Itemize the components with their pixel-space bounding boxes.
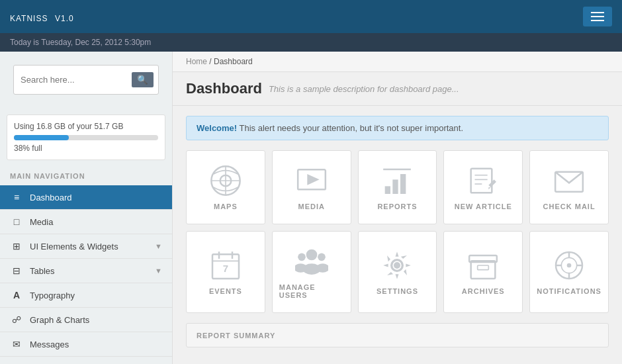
media-icon [295, 164, 328, 197]
ui-elements-icon: ⊞ [10, 241, 23, 251]
app-version: V1.0 [55, 14, 74, 23]
typography-icon: A [10, 290, 23, 300]
svg-point-24 [318, 253, 326, 261]
media-card[interactable]: MEDIA [272, 150, 351, 224]
sidebar-item-buttons-icons[interactable]: ☆ Buttons & Icons [0, 357, 172, 364]
events-label: EVENTS [209, 287, 242, 295]
menu-toggle-button[interactable] [583, 7, 612, 26]
check-mail-icon [553, 164, 586, 197]
maps-icon [209, 164, 242, 197]
top-header: KATNISS V1.0 [0, 0, 622, 33]
svg-rect-8 [400, 174, 406, 194]
app-name: KATNISS [10, 14, 48, 23]
graph-charts-icon: ☍ [10, 314, 23, 325]
sidebar-item-label: Media [30, 217, 53, 227]
date-bar: Today is Tuesday, Dec 25, 2012 5:30pm [0, 33, 622, 52]
page-title: Dashboard [186, 80, 262, 97]
media-label: MEDIA [298, 203, 324, 210]
nav-section-label: MAIN NAVIGATION [0, 167, 172, 185]
manage-users-icon [295, 245, 328, 278]
storage-percent: 38% full [14, 144, 158, 153]
tables-icon: ⊟ [10, 265, 23, 276]
svg-rect-6 [385, 186, 390, 194]
new-article-icon [466, 164, 500, 197]
alert-banner: Welcome! This alert needs your attention… [186, 116, 609, 140]
content-area: Home / Dashboard Dashboard This is a sam… [173, 52, 622, 364]
svg-marker-5 [307, 174, 319, 185]
nav-items: ≡ Dashboard □ Media ⊞ UI Elements & Widg… [0, 185, 172, 364]
svg-point-22 [298, 253, 306, 261]
search-input[interactable] [21, 75, 132, 85]
report-summary-label: REPORT SUMMARY [197, 332, 275, 340]
report-summary: REPORT SUMMARY [186, 323, 609, 347]
svg-rect-9 [384, 169, 412, 170]
hamburger-icon [591, 12, 604, 21]
sidebar-item-dashboard[interactable]: ≡ Dashboard [0, 185, 172, 210]
chevron-down-icon: ▼ [155, 242, 162, 250]
maps-card[interactable]: MAPS [186, 150, 265, 224]
breadcrumb-current: Dashboard [214, 57, 253, 66]
media-icon: □ [10, 216, 23, 227]
notifications-card[interactable]: NOTIFICATIONS [529, 231, 609, 313]
check-mail-card[interactable]: CHECK MAIL [529, 150, 609, 224]
sidebar-item-label: UI Elements & Widgets [30, 242, 118, 251]
sidebar-item-tables[interactable]: ⊟ Tables ▼ [0, 259, 172, 283]
reports-label: REPORTS [377, 203, 417, 210]
page-description: This is a sample description for dashboa… [269, 84, 459, 94]
dashboard-header: Dashboard This is a sample description f… [173, 72, 622, 106]
search-icon: 🔍 [137, 75, 148, 85]
events-icon: 7 [209, 249, 242, 282]
chevron-down-icon: ▼ [155, 267, 162, 275]
new-article-label: NEW ARTICLE [455, 203, 512, 210]
svg-point-37 [567, 263, 572, 268]
archives-card[interactable]: ARCHIVES [443, 231, 523, 313]
manage-users-label: MANAGE USERS [279, 283, 344, 299]
main-area: 🔍 Using 16.8 GB of your 51.7 GB 38% full… [0, 52, 622, 364]
new-article-card[interactable]: NEW ARTICLE [443, 150, 523, 224]
svg-rect-30 [478, 265, 489, 270]
svg-rect-7 [393, 179, 398, 194]
date-text: Today is Tuesday, Dec 25, 2012 5:30pm [10, 38, 151, 47]
sidebar-item-label: Messages [30, 340, 69, 349]
storage-text: Using 16.8 GB of your 51.7 GB [14, 122, 158, 131]
sidebar-item-media[interactable]: □ Media [0, 210, 172, 234]
storage-bar-bg [14, 135, 158, 140]
maps-label: MAPS [214, 203, 238, 210]
check-mail-label: CHECK MAIL [543, 203, 596, 210]
settings-label: SETTINGS [377, 287, 418, 295]
sidebar-item-label: Graph & Charts [30, 315, 89, 325]
notifications-icon [553, 249, 586, 282]
events-card[interactable]: 7 EVENTS [186, 231, 265, 313]
reports-card[interactable]: REPORTS [358, 150, 437, 224]
archives-label: ARCHIVES [462, 287, 505, 295]
dashboard-content: Welcome! This alert needs your attention… [173, 106, 622, 364]
svg-point-27 [394, 262, 400, 269]
messages-icon: ✉ [10, 339, 23, 349]
sidebar: 🔍 Using 16.8 GB of your 51.7 GB 38% full… [0, 52, 173, 364]
alert-bold: Welcome! [197, 123, 237, 133]
dashboard-icon: ≡ [10, 192, 23, 203]
sidebar-item-typography[interactable]: A Typography [0, 283, 172, 308]
sidebar-item-messages[interactable]: ✉ Messages [0, 332, 172, 357]
svg-text:7: 7 [223, 263, 228, 274]
settings-card[interactable]: SETTINGS [358, 231, 437, 313]
app-container: KATNISS V1.0 Today is Tuesday, Dec 25, 2… [0, 0, 622, 364]
alert-text: This alert needs your attention, but it'… [240, 123, 464, 133]
manage-users-card[interactable]: MANAGE USERS [272, 231, 351, 313]
storage-box: Using 16.8 GB of your 51.7 GB 38% full [7, 114, 165, 160]
breadcrumb-home[interactable]: Home [186, 57, 207, 66]
breadcrumb: Home / Dashboard [173, 52, 622, 72]
sidebar-item-ui-elements[interactable]: ⊞ UI Elements & Widgets ▼ [0, 234, 172, 259]
search-button[interactable]: 🔍 [132, 72, 154, 87]
settings-icon [380, 249, 414, 282]
search-container: 🔍 [0, 52, 172, 108]
sidebar-item-label: Typography [30, 291, 75, 300]
sidebar-item-graph-charts[interactable]: ☍ Graph & Charts [0, 308, 172, 332]
app-title: KATNISS V1.0 [10, 9, 583, 24]
sidebar-item-label: Tables [30, 266, 55, 276]
icon-grid: MAPS MEDIA [186, 150, 609, 313]
svg-point-20 [306, 250, 317, 261]
reports-icon [380, 164, 414, 197]
sidebar-item-label: Dashboard [30, 193, 72, 203]
notifications-label: NOTIFICATIONS [537, 287, 601, 295]
